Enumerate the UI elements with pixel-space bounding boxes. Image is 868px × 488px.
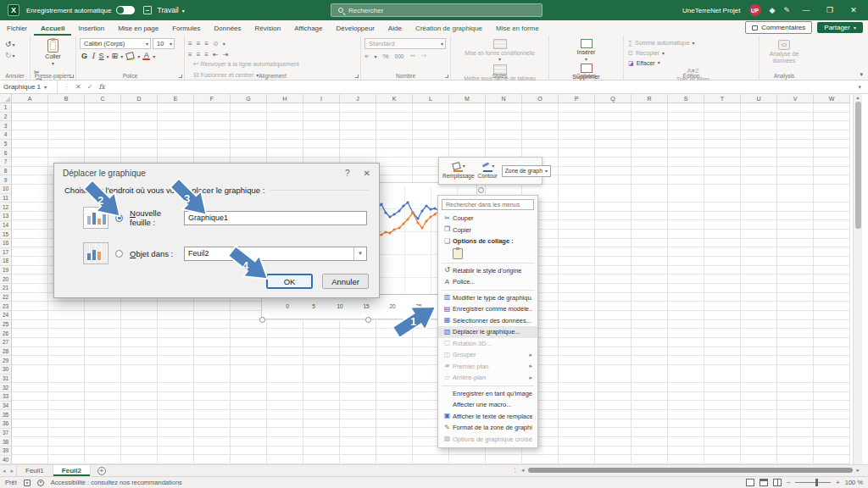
decrease-decimal-icon[interactable]: ⁻⁰ [421, 53, 426, 60]
ok-button[interactable]: OK [266, 274, 313, 289]
row-header-25[interactable]: 25 [0, 320, 11, 330]
menu-item-options-de-collage[interactable]: ❏Options de collage : [438, 236, 537, 247]
column-header-D[interactable]: D [121, 94, 158, 103]
menu-item-enregistrer-image[interactable]: Enregistrer en tant qu'image... [438, 388, 537, 400]
row-header-21[interactable]: 21 [0, 284, 11, 293]
column-header-F[interactable]: F [194, 94, 231, 103]
row-header-34[interactable]: 34 [0, 402, 11, 411]
column-header-I[interactable]: I [303, 94, 340, 103]
column-header-Q[interactable]: Q [595, 94, 632, 103]
fill-button[interactable]: ⊡Recopier▾ [627, 49, 755, 58]
increase-indent-icon[interactable]: ⇥ [223, 51, 228, 58]
pencil-icon[interactable]: ✎ [783, 6, 790, 14]
row-header-8[interactable]: 8 [0, 167, 11, 176]
tab-mise-en-page[interactable]: Mise en page [111, 22, 165, 36]
tab-développeur[interactable]: Développeur [329, 22, 381, 36]
column-header-O[interactable]: O [522, 94, 559, 103]
tab-données[interactable]: Données [208, 22, 248, 36]
align-middle-icon[interactable]: ≡ [197, 40, 200, 47]
close-button[interactable]: ✕ [846, 6, 861, 14]
percent-format-icon[interactable]: % [382, 53, 388, 60]
formula-input[interactable] [110, 80, 859, 93]
chart-element-combo[interactable]: Zone de graph ▾ [502, 165, 551, 177]
row-header-40[interactable]: 40 [0, 456, 11, 465]
row-header-30[interactable]: 30 [0, 365, 11, 374]
autosave-toggle-group[interactable]: Enregistrement automatique [26, 6, 135, 14]
underline-button[interactable]: S [97, 52, 106, 60]
row-header-24[interactable]: 24 [0, 311, 11, 320]
row-header-12[interactable]: 12 [0, 202, 11, 212]
row-header-4[interactable]: 4 [0, 130, 11, 140]
row-header-33[interactable]: 33 [0, 392, 11, 402]
excel-app-icon[interactable]: X [8, 4, 19, 16]
menu-item-premier-plan[interactable]: ▰Premier plan▸ [438, 361, 537, 373]
row-header-5[interactable]: 5 [0, 140, 11, 149]
row-header-14[interactable]: 14 [0, 221, 11, 230]
column-header-A[interactable]: A [12, 94, 48, 103]
decrease-indent-icon[interactable]: ⇤ [213, 51, 218, 58]
zoom-in-icon[interactable]: + [836, 479, 839, 486]
clipboard-dialog-launcher[interactable] [70, 75, 74, 78]
insert-function-icon[interactable]: fx [98, 83, 104, 91]
fill-color-button[interactable] [124, 53, 136, 60]
fill-button[interactable]: ▾ Remplissage [442, 163, 476, 180]
row-header-19[interactable]: 19 [0, 266, 11, 275]
comments-button[interactable]: Commentaires [745, 21, 812, 34]
menu-item-texte-remplacement[interactable]: ▣Afficher le texte de remplace... [438, 411, 537, 423]
chart-handle-top-right[interactable] [478, 187, 484, 193]
font-color-button[interactable]: A [141, 52, 152, 60]
row-header-31[interactable]: 31 [0, 374, 11, 384]
orientation-icon[interactable]: ⊘ [213, 40, 218, 47]
tab-fichier[interactable]: Fichier [0, 22, 34, 36]
tab-affichage[interactable]: Affichage [287, 22, 329, 36]
tab-aide[interactable]: Aide [381, 22, 409, 36]
font-dialog-launcher[interactable] [179, 75, 182, 78]
row-header-22[interactable]: 22 [0, 293, 11, 302]
menu-item-deplacer-graphique[interactable]: ▧Déplacer le graphique... [438, 326, 537, 338]
row-header-2[interactable]: 2 [0, 113, 11, 122]
column-header-T[interactable]: T [704, 94, 741, 103]
row-header-9[interactable]: 9 [0, 175, 11, 185]
help-icon[interactable]: ? [345, 169, 350, 178]
column-header-V[interactable]: V [777, 94, 814, 103]
menu-item-affecter-macro[interactable]: Affecter une macro... [438, 399, 537, 411]
normal-view-icon[interactable] [746, 479, 754, 486]
zoom-slider[interactable] [795, 482, 831, 483]
menu-item-retablir-style-origine[interactable]: ↺Rétablir le style d'origine [438, 265, 537, 277]
row-header-29[interactable]: 29 [0, 356, 11, 365]
chart-handle-bottom-center[interactable] [365, 317, 371, 323]
workbook-name[interactable]: Travail ▾ [158, 6, 185, 14]
align-center-icon[interactable]: ≡ [197, 51, 200, 58]
increase-decimal-icon[interactable]: ⁺⁰ [409, 53, 415, 60]
menu-item-rotation-3d[interactable]: ▢Rotation 3D... [438, 338, 537, 350]
menu-item-couper[interactable]: ✂Couper [438, 213, 537, 225]
minimize-button[interactable]: — [798, 6, 814, 14]
row-header-6[interactable]: 6 [0, 148, 11, 158]
row-header-13[interactable]: 13 [0, 212, 11, 221]
row-header-18[interactable]: 18 [0, 257, 11, 266]
close-icon[interactable]: ✕ [364, 169, 370, 178]
tab-création-de-graphique[interactable]: Création de graphique [409, 22, 489, 36]
row-header-27[interactable]: 27 [0, 338, 11, 347]
menu-item-enregistrer-comme-modele[interactable]: ▤Enregistrer comme modèle... [438, 303, 537, 315]
column-header-R[interactable]: R [632, 94, 668, 103]
horizontal-scrollbar[interactable]: ⋮ ◂ ▸ [512, 467, 860, 474]
column-header-G[interactable]: G [231, 94, 267, 103]
row-header-32[interactable]: 32 [0, 383, 11, 392]
outline-button[interactable]: ▾ Contour [477, 163, 498, 180]
borders-button[interactable]: ⊞ [110, 52, 120, 60]
column-header-H[interactable]: H [267, 94, 303, 103]
vertical-scrollbar[interactable]: ▴ [853, 94, 862, 464]
row-header-35[interactable]: 35 [0, 410, 11, 419]
column-header-J[interactable]: J [340, 94, 376, 103]
cancel-button[interactable]: Annuler [322, 274, 369, 289]
object-in-radio[interactable] [115, 250, 123, 258]
row-header-10[interactable]: 10 [0, 185, 11, 194]
menu-item-copier[interactable]: ❐Copier [438, 225, 537, 236]
column-header-N[interactable]: N [486, 94, 522, 103]
zoom-slider-thumb[interactable] [815, 479, 818, 486]
row-header-20[interactable]: 20 [0, 274, 11, 284]
row-header-28[interactable]: 28 [0, 347, 11, 357]
cancel-entry-icon[interactable]: ✕ [75, 83, 81, 91]
row-header-1[interactable]: 1 [0, 103, 11, 113]
